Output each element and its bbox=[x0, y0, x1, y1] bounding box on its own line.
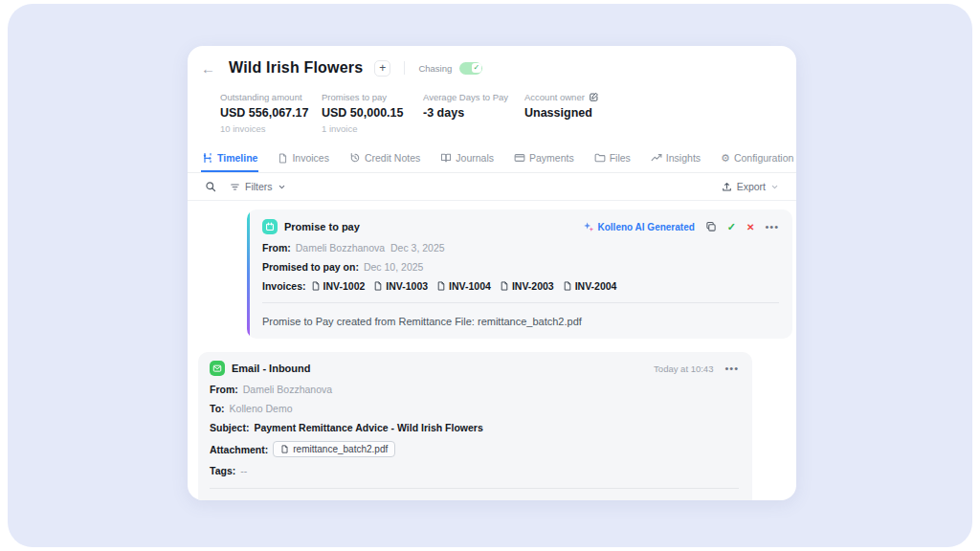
toggle-knob-check: ✓ bbox=[472, 63, 481, 73]
from-value: Dameli Bozzhanova Dec 3, 2025 bbox=[296, 242, 445, 253]
tab-credit-notes[interactable]: Credit Notes bbox=[348, 147, 421, 172]
invoice-number: INV-2004 bbox=[575, 280, 617, 292]
tab-insights[interactable]: Insights bbox=[650, 147, 702, 172]
ai-sparkle-icon bbox=[583, 221, 594, 232]
tab-bar: Timeline Invoices Credit Notes Journals … bbox=[188, 143, 796, 173]
invoice-chip[interactable]: INV-1004 bbox=[436, 280, 491, 292]
to-value: Kolleno Demo bbox=[230, 403, 293, 414]
search-icon[interactable] bbox=[205, 181, 216, 192]
copy-icon[interactable] bbox=[705, 221, 717, 232]
stat-sub: 1 invoice bbox=[322, 123, 423, 134]
invoice-chip[interactable]: INV-1002 bbox=[311, 280, 366, 292]
timeline-icon bbox=[202, 152, 213, 164]
stat-label-text: Account owner bbox=[524, 92, 585, 102]
tab-label: Credit Notes bbox=[365, 152, 420, 164]
stat-avg-days: Average Days to Pay -3 days bbox=[423, 92, 524, 134]
more-options-button[interactable]: ••• bbox=[765, 221, 779, 232]
history-icon bbox=[349, 152, 361, 164]
tab-label: Invoices bbox=[292, 152, 329, 164]
stat-outstanding: Outstanding amount USD 556,067.17 10 inv… bbox=[220, 92, 322, 134]
kolleno-ai-generated-badge[interactable]: Kolleno AI Generated bbox=[583, 221, 695, 232]
tab-label: Insights bbox=[666, 152, 701, 164]
from-value: Dameli Bozzhanova bbox=[243, 384, 332, 395]
email-inbound-card: Email - Inbound Today at 10:43 ••• From:… bbox=[198, 352, 752, 500]
gear-icon: ⚙ bbox=[721, 153, 730, 164]
invoice-number: INV-1004 bbox=[449, 280, 491, 292]
stat-account-owner: Account owner Unassigned bbox=[524, 92, 626, 134]
file-icon bbox=[311, 281, 321, 291]
filters-label: Filters bbox=[245, 181, 273, 192]
stat-value: USD 556,067.17 bbox=[220, 106, 322, 120]
invoice-number: INV-1002 bbox=[323, 280, 366, 292]
tab-label: Journals bbox=[456, 152, 494, 164]
timeline-feed: Promise to pay Kolleno AI Generated ✓ ✕ … bbox=[188, 209, 796, 500]
export-button[interactable]: Export bbox=[722, 181, 779, 192]
credit-card-icon bbox=[514, 152, 525, 164]
account-stats: Outstanding amount USD 556,067.17 10 inv… bbox=[188, 86, 796, 143]
stat-value: -3 days bbox=[423, 106, 524, 120]
chasing-toggle[interactable]: ✓ bbox=[459, 62, 482, 75]
book-icon bbox=[440, 152, 452, 164]
attachment-chip[interactable]: remittance_batch2.pdf bbox=[273, 441, 395, 457]
stat-label: Outstanding amount bbox=[220, 92, 322, 102]
edit-owner-icon[interactable] bbox=[589, 92, 599, 102]
from-label: From: bbox=[262, 242, 291, 253]
filter-icon bbox=[230, 182, 240, 192]
chevron-down-icon bbox=[770, 183, 779, 191]
account-header: ← Wild Irish Flowers + Chasing ✓ bbox=[188, 46, 796, 86]
stat-label: Account owner bbox=[524, 92, 626, 102]
email-inbound-icon bbox=[210, 361, 225, 376]
file-icon bbox=[373, 281, 383, 291]
promise-note: Promise to Pay created from Remittance F… bbox=[262, 316, 779, 327]
promised-on-label: Promised to pay on: bbox=[262, 261, 359, 273]
file-icon bbox=[436, 281, 446, 291]
email-timestamp: Today at 10:43 bbox=[654, 364, 713, 374]
tab-files[interactable]: Files bbox=[593, 147, 632, 172]
invoice-file-icon bbox=[278, 153, 288, 164]
invoice-chip[interactable]: INV-1003 bbox=[373, 280, 428, 292]
event-title: Promise to pay bbox=[284, 221, 360, 232]
filters-button[interactable]: Filters bbox=[230, 181, 286, 192]
export-label: Export bbox=[737, 181, 766, 192]
tags-label: Tags: bbox=[210, 465, 235, 476]
chart-line-icon bbox=[651, 152, 662, 164]
chasing-label: Chasing bbox=[418, 63, 452, 74]
stat-promises: Promises to pay USD 50,000.15 1 invoice bbox=[322, 92, 423, 134]
approve-promise-button[interactable]: ✓ bbox=[727, 221, 736, 233]
back-button[interactable]: ← bbox=[201, 61, 215, 76]
attachment-filename: remittance_batch2.pdf bbox=[293, 444, 388, 454]
add-button[interactable]: + bbox=[374, 60, 390, 77]
stat-sub: 10 invoices bbox=[220, 123, 322, 134]
tab-journals[interactable]: Journals bbox=[439, 147, 495, 172]
ai-gradient-accent bbox=[247, 209, 250, 339]
file-icon bbox=[500, 281, 509, 291]
timeline-toolbar: Filters Export bbox=[188, 173, 796, 201]
tab-configuration[interactable]: ⚙ Configuration bbox=[720, 147, 794, 172]
invoice-chip[interactable]: INV-2004 bbox=[563, 280, 617, 292]
invoice-chip[interactable]: INV-2003 bbox=[500, 280, 554, 292]
folder-icon bbox=[594, 152, 606, 164]
chevron-down-icon bbox=[278, 183, 286, 191]
card-divider bbox=[262, 302, 779, 303]
tab-label: Configuration bbox=[734, 152, 793, 164]
more-options-button[interactable]: ••• bbox=[724, 363, 739, 374]
event-title: Email - Inbound bbox=[232, 363, 311, 374]
export-icon bbox=[722, 182, 732, 192]
stat-label: Average Days to Pay bbox=[423, 92, 524, 102]
header-divider bbox=[404, 61, 405, 75]
tab-label: Payments bbox=[529, 152, 574, 164]
tab-timeline[interactable]: Timeline bbox=[201, 147, 258, 172]
file-icon bbox=[563, 281, 572, 291]
promise-to-pay-card: Promise to pay Kolleno AI Generated ✓ ✕ … bbox=[247, 209, 792, 339]
file-icon bbox=[280, 445, 289, 453]
reject-promise-button[interactable]: ✕ bbox=[746, 222, 754, 232]
tab-payments[interactable]: Payments bbox=[513, 147, 575, 172]
invoice-chip-list: INV-1002 INV-1003 INV-1004 INV-2003 bbox=[311, 280, 617, 292]
tags-value: -- bbox=[240, 465, 247, 476]
attachment-label: Attachment: bbox=[210, 444, 268, 455]
tab-invoices[interactable]: Invoices bbox=[277, 147, 330, 172]
tab-label: Files bbox=[610, 152, 631, 164]
promise-to-pay-icon bbox=[262, 219, 278, 234]
promised-on-value: Dec 10, 2025 bbox=[364, 261, 423, 273]
ai-badge-label: Kolleno AI Generated bbox=[598, 222, 695, 232]
